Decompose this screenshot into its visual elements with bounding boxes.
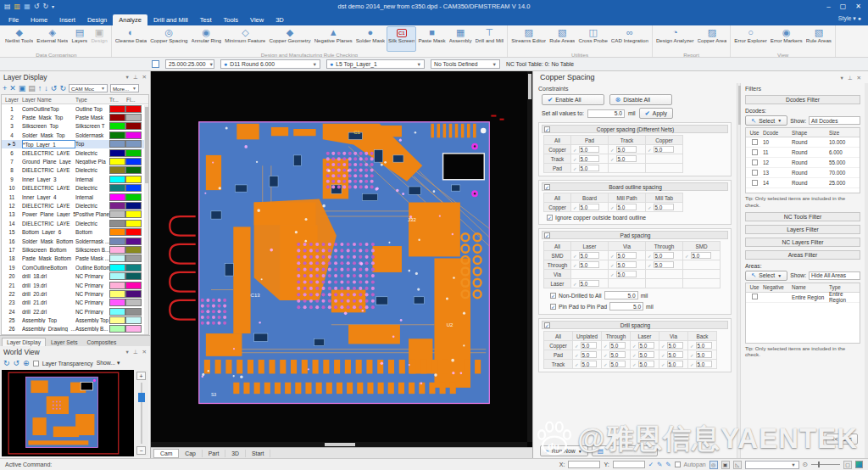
- ribbon-tool-layers[interactable]: ▤Layers: [70, 26, 89, 52]
- ribbon-tool-solder-mask[interactable]: ●Solder Mask: [354, 26, 387, 52]
- layer-row-13[interactable]: 13Power_Plane_Layer_5Positive Plane: [2, 210, 148, 219]
- redo-icon[interactable]: ↻: [42, 0, 48, 14]
- layer-flash-color-swatch[interactable]: [125, 105, 142, 113]
- cam-mode-combo[interactable]: CAM Moc▼: [69, 84, 108, 92]
- checkbox[interactable]: [752, 170, 758, 176]
- layer-combo[interactable]: ●L5 Top_Layer_1▼: [326, 59, 425, 69]
- spacing-value-input[interactable]: 5.0: [691, 252, 711, 259]
- check-icon[interactable]: ✓: [573, 148, 577, 153]
- layers-preview-icon[interactable]: [855, 461, 863, 468]
- layer-flash-color-swatch[interactable]: [125, 220, 142, 227]
- zoom-extents-icon[interactable]: ↺: [14, 357, 20, 369]
- spacing-value-input[interactable]: 5.0: [579, 280, 599, 287]
- spacing-value-input[interactable]: 5.0: [667, 351, 683, 358]
- menu-item-file[interactable]: File: [3, 14, 25, 25]
- move-up-icon[interactable]: ↑: [38, 82, 42, 94]
- layer-row-9[interactable]: 9Inner_Layer_3Internal: [2, 175, 148, 183]
- grid-toggle-icon[interactable]: [152, 60, 159, 68]
- layer-flash-color-swatch[interactable]: [125, 140, 142, 148]
- layer-row-12[interactable]: 12DIELECTRIC_LAYEDielectric: [2, 201, 148, 210]
- panel-menu-icon[interactable]: ▾: [126, 71, 129, 82]
- spacing-value-input[interactable]: 5.0: [579, 146, 599, 153]
- layer-draw-color-swatch[interactable]: [109, 149, 125, 157]
- layer-flash-color-swatch[interactable]: [125, 202, 142, 210]
- check-icon[interactable]: ✓: [573, 254, 577, 259]
- flag-toggle[interactable]: ◺: [733, 461, 742, 469]
- status-slider-thumb[interactable]: [818, 462, 820, 467]
- layer-draw-color-swatch[interactable]: [109, 184, 125, 192]
- close-button[interactable]: ✕: [855, 0, 861, 14]
- enable-all-button[interactable]: ✔Enable All: [542, 94, 604, 105]
- ribbon-tool-silk-screen[interactable]: C1Silk Screen: [387, 26, 416, 52]
- minimize-button[interactable]: –: [826, 0, 830, 14]
- checkbox[interactable]: ✓: [544, 322, 550, 328]
- layer-draw-color-swatch[interactable]: [109, 131, 125, 139]
- layer-flash-color-swatch[interactable]: [125, 166, 142, 174]
- layer-flash-color-swatch[interactable]: [125, 308, 142, 316]
- ribbon-tool-rule-areas[interactable]: ▧Rule Areas: [548, 26, 576, 52]
- layer-draw-color-swatch[interactable]: [109, 220, 125, 227]
- layer-draw-color-swatch[interactable]: [109, 246, 125, 254]
- layer-flash-color-swatch[interactable]: [125, 210, 142, 218]
- checkbox[interactable]: [752, 149, 758, 155]
- qat-dropdown-icon[interactable]: ▾: [52, 0, 54, 14]
- layer-row-26[interactable]: 26Assembly_Drawing_...Assembly B...: [2, 325, 148, 333]
- help-icon[interactable]: ●: [858, 15, 861, 21]
- paste-layer-icon[interactable]: ▤: [28, 82, 36, 94]
- doc-tab-cap[interactable]: Cap: [179, 450, 202, 457]
- layer-row-11[interactable]: 11Inner_Layer_4Internal: [2, 193, 148, 201]
- checkbox[interactable]: [752, 159, 758, 165]
- layer-row-21[interactable]: 21drill_19.drlNC Primary: [2, 281, 148, 289]
- menu-item-home[interactable]: Home: [25, 14, 53, 25]
- doc-tab-part[interactable]: Part: [203, 450, 225, 457]
- rotate-left-icon[interactable]: ↺: [51, 82, 58, 94]
- check-icon[interactable]: ✓: [610, 272, 615, 277]
- ribbon-tool-annular-ring[interactable]: ◉Annular Ring: [190, 26, 224, 52]
- layer-row-10[interactable]: 10DIELECTRIC_LAYEDielectric: [2, 184, 148, 193]
- spacing-value-input[interactable]: 5.0: [579, 261, 599, 268]
- zoom-out-button[interactable]: −: [136, 446, 146, 455]
- check-icon[interactable]: ✓: [632, 362, 637, 367]
- filter-bar-nc-layers-filter[interactable]: NC Layers Filter: [745, 238, 860, 247]
- spacing-value-input[interactable]: 5.0: [579, 165, 599, 171]
- check-icon[interactable]: ✓: [632, 353, 637, 358]
- ribbon-tool-copper-area[interactable]: ▨Copper Area: [696, 26, 729, 52]
- spacing-value-input[interactable]: 5.0: [581, 351, 597, 358]
- check-icon[interactable]: ✓: [573, 263, 577, 268]
- spacing-value-input[interactable]: 5.0: [579, 204, 599, 210]
- dcodes-show-input[interactable]: All Dcodes: [809, 116, 860, 125]
- close-panel-icon[interactable]: ✕: [142, 346, 147, 357]
- panel-right-scrollbar[interactable]: [865, 83, 868, 458]
- spacing-value-input[interactable]: 5.0: [638, 361, 654, 367]
- spacing-value-input[interactable]: 5.0: [638, 351, 654, 358]
- layer-row-15[interactable]: 15Bottom_Layer_6Bottom: [2, 227, 148, 236]
- layer-row-8[interactable]: 8DIELECTRIC_LAYEDielectric: [2, 166, 148, 175]
- layer-flash-color-swatch[interactable]: [125, 114, 142, 121]
- spacing-value-input[interactable]: 5.0: [696, 342, 712, 349]
- spacing-value-input[interactable]: 5.0: [616, 155, 637, 162]
- ribbon-tool-netlist-tools[interactable]: ◆Netlist Tools: [3, 26, 35, 52]
- check-icon[interactable]: ✓: [648, 263, 652, 268]
- check-icon[interactable]: ✓: [573, 166, 577, 171]
- new-file-icon[interactable]: ▤: [4, 0, 11, 14]
- layer-flash-color-swatch[interactable]: [125, 290, 142, 298]
- layer-draw-color-swatch[interactable]: [109, 299, 125, 306]
- check-icon[interactable]: ✓: [604, 344, 608, 349]
- crosshair-toggle[interactable]: ◎: [709, 461, 718, 469]
- layer-flash-color-swatch[interactable]: [125, 299, 142, 306]
- dcode-select-button[interactable]: ↖Select ▼: [745, 115, 787, 126]
- spacing-value-input[interactable]: 5.0: [616, 261, 637, 268]
- checkbox[interactable]: ✓: [544, 232, 550, 238]
- canvas-h-scrollbar[interactable]: [151, 442, 527, 447]
- area-row[interactable]: Entire RegionEntire Region: [746, 293, 860, 303]
- layer-draw-color-swatch[interactable]: [109, 308, 125, 316]
- check-icon[interactable]: ✓: [661, 362, 665, 367]
- screen-icon[interactable]: ▢: [843, 461, 852, 469]
- panel-menu-icon[interactable]: ▾: [126, 346, 129, 357]
- pin-icon[interactable]: ⊥: [133, 71, 138, 82]
- ribbon-tool-rule-areas[interactable]: ▧Rule Areas: [804, 26, 833, 52]
- layer-row-24[interactable]: 24drill_22.drlNC Primary: [2, 307, 148, 316]
- menu-item-insert[interactable]: Insert: [53, 14, 81, 25]
- filter-bar-layers-filter[interactable]: Layers Filter: [745, 225, 860, 234]
- layer-draw-color-swatch[interactable]: [109, 228, 125, 236]
